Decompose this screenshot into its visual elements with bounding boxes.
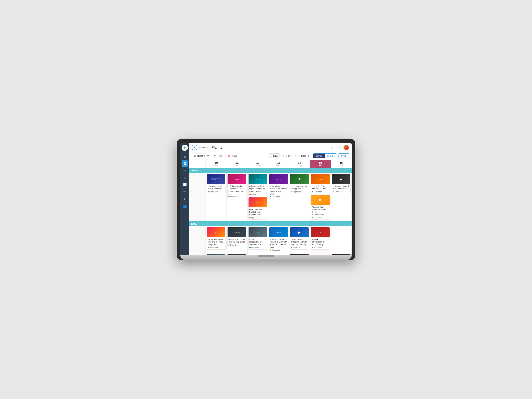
filter-button[interactable]: ▼ Filter: [212, 154, 224, 158]
region-emea-row1: 15 Balance between time and memory compl…: [189, 226, 352, 253]
card-body: A quick introduction to TensorFlow.js Pu…: [311, 237, 329, 249]
month-view-button[interactable]: Month: [325, 154, 337, 158]
card-australia[interactable]: AAPI Life in Australia and what AAPI mon…: [227, 174, 246, 199]
apac-day-thu: 📈 It's time we started being proud Appro…: [289, 173, 310, 221]
print-button[interactable]: Print: [339, 153, 349, 158]
card-body: How to code the "Game of Life" with Reac…: [269, 237, 288, 252]
day-header-tue: 12 TUE: [247, 160, 268, 168]
header-spacer: [189, 160, 206, 168]
status-dot: [270, 196, 271, 197]
status-dot: [312, 217, 313, 218]
status-dot: [228, 196, 230, 197]
sidebar-item-planner[interactable]: ☰: [182, 160, 188, 167]
header-logo: [192, 145, 197, 151]
card-digital-talent[interactable]: TALENT Bringing the best digital talent …: [248, 174, 267, 196]
region-select[interactable]: By Region APAC EMEA AMER: [192, 154, 210, 158]
user-avatar[interactable]: [343, 145, 349, 151]
emea2-day-sat: DC: [331, 253, 352, 255]
card-shopping-cart[interactable]: ▶ How to build a shopping cart with Vue …: [290, 227, 309, 250]
prev-week-button[interactable]: ‹: [282, 154, 285, 158]
card-body: Life in Australia and what AAPI month me…: [228, 184, 246, 199]
sidebar-item-analytics[interactable]: 〜: [182, 189, 188, 195]
status-dot: [249, 194, 251, 195]
apac-day-wed: SEED How raising a $2+M Seed Round reall…: [268, 173, 289, 221]
card-balance[interactable]: 15 Balance between time and memory compl…: [207, 227, 226, 250]
emea-day-sun: 15 Balance between time and memory compl…: [206, 226, 227, 253]
card-body: How Coinbase Builds Secure Infrastructur…: [248, 207, 267, 219]
settings-button[interactable]: ⚙: [329, 145, 335, 150]
help-button[interactable]: ?: [336, 145, 342, 150]
status-text: Published: [230, 244, 239, 246]
card-title: Ethereum APAC Event Takeways: [208, 185, 224, 190]
status-dot: [208, 191, 209, 192]
card-title: How Coinbase Builds Secure Infrastructur…: [249, 208, 266, 216]
card-body: Ethereum APAC Event Takeways Published: [207, 184, 225, 194]
status-text: Published: [209, 247, 218, 248]
sidebar-item-briefs[interactable]: ▤: [182, 175, 188, 181]
header-actions: ⚙ ?: [329, 145, 349, 151]
card-gdpr[interactable]: SERVER GDPR in Action — Step by step gui…: [227, 227, 246, 247]
emea-day-thu: ▶ How to build a shopping cart with Vue …: [289, 226, 310, 253]
sidebar-item-editor[interactable]: ✏: [182, 167, 188, 174]
apac-day-sun: ETH EVENT Ethereum APAC Event Takeways P…: [206, 173, 227, 221]
card-thumb: TALENT: [248, 174, 267, 184]
region-emea: EMEA 15 Balance between time and memory …: [189, 221, 352, 255]
card-title: How to get started with Databricks: [333, 185, 349, 190]
today-button[interactable]: Today: [269, 153, 280, 158]
region-apac-row: ETH EVENT Ethereum APAC Event Takeways P…: [189, 173, 352, 221]
emea2-day-tue: [247, 253, 268, 255]
day-header-wed: 13 WED: [268, 160, 289, 168]
card-data-scientist[interactable]: 📊 Aspiring data scientist? Master these …: [311, 195, 329, 220]
card-status: Approved: [333, 191, 349, 193]
card-body: Let's fall in love with React Fiber Publ…: [311, 184, 329, 194]
card-thumb: SERVER: [228, 227, 246, 237]
card-body: It's time we started being proud Approve…: [290, 184, 309, 194]
card-status: Published: [291, 247, 308, 248]
filter-icon: ▼: [214, 154, 216, 157]
status-text: Published: [314, 216, 322, 219]
card-tensorflow-2[interactable]: TF A quick introduction to TensorFlow.js…: [311, 227, 329, 250]
status-text: Published: [314, 191, 322, 193]
week-view-button[interactable]: Week: [313, 154, 325, 158]
day-header-thu: 14 THU: [289, 160, 310, 168]
sidebar-item-import[interactable]: ⬇: [182, 196, 188, 202]
sidebar-item-team[interactable]: 👥: [182, 203, 188, 209]
sidebar-logo: [182, 145, 188, 151]
emea-label-cell: [189, 226, 206, 253]
card-coinbase[interactable]: 🔐 How Coinbase Builds Secure Infrastruct…: [248, 197, 267, 220]
emea2-day-wed: [268, 253, 289, 255]
day-headers: 10 SUN 11 MON 12 TUE 13 WED: [189, 160, 352, 168]
card-seed-round[interactable]: SEED How raising a $2+M Seed Round reall…: [269, 174, 288, 199]
card-title: How to build a shopping cart with Vue an…: [291, 238, 308, 246]
card-ethereum[interactable]: ETH EVENT Ethereum APAC Event Takeways P…: [207, 174, 226, 194]
card-status: In Review: [270, 196, 287, 198]
view-button[interactable]: 🔖 View: [226, 154, 239, 158]
next-week-button[interactable]: ›: [307, 154, 310, 158]
sidebar-item-reports[interactable]: 📊: [182, 182, 188, 188]
card-thumb: SEED: [269, 174, 288, 184]
card-body: How to get started with Databricks Appro…: [332, 184, 350, 194]
card-title: How raising a $2+M Seed Round really, ac…: [270, 185, 287, 195]
card-status: Published: [312, 247, 329, 248]
card-game-of-life[interactable]: CODE How to code the "Game of Life" with…: [269, 227, 288, 252]
card-status: Published: [249, 247, 266, 248]
status-text: Published: [209, 191, 218, 193]
toolbar: By Region APAC EMEA AMER ▼ Filter 🔖 View…: [189, 152, 352, 160]
card-status: Published: [208, 247, 224, 248]
card-thumb: ETH EVENT: [207, 174, 225, 184]
card-proud[interactable]: 📈 It's time we started being proud Appro…: [290, 174, 309, 194]
card-tensorflow-1[interactable]: ⚙ A quick introduction to TensorFlow.js …: [248, 227, 267, 250]
status-text: Published: [293, 247, 301, 248]
card-databricks[interactable]: ▶ How to get started with Databricks App…: [332, 174, 351, 194]
status-dot: [333, 191, 334, 192]
card-title: A quick introduction to TensorFlow.js: [249, 238, 266, 246]
card-status: Approved: [270, 249, 287, 251]
status-dot: [208, 247, 209, 248]
sidebar-item-dashboard[interactable]: ⊞: [182, 153, 188, 160]
card-thumb: CODE: [269, 227, 288, 237]
card-react-fiber[interactable]: REACT Let's fall in love with React Fibe…: [311, 174, 329, 194]
status-dot: [228, 244, 230, 246]
status-dot: [291, 191, 292, 192]
emea-label-cell-2: [189, 253, 206, 255]
card-status: Published: [312, 191, 329, 193]
